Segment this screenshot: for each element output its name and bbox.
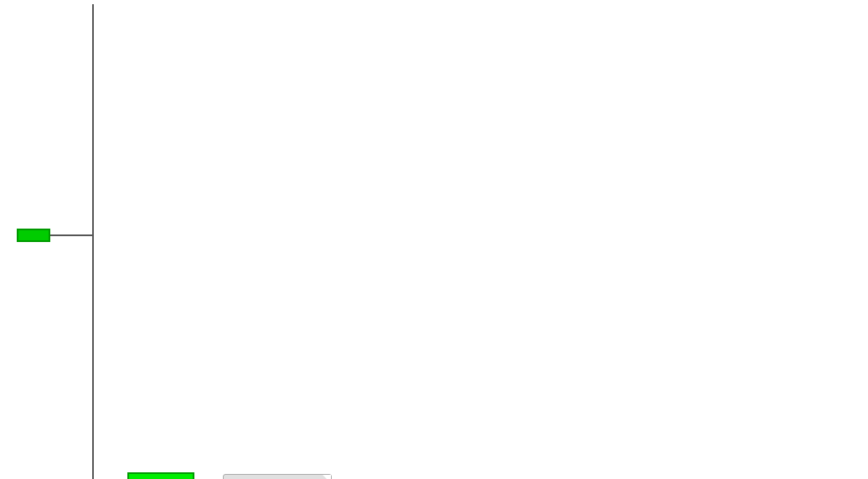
label-box: User Binaries xyxy=(223,474,332,480)
tree-row: /binUser Binaries xyxy=(94,469,338,479)
tree-wrapper: /binUser Binaries/sbinSystem Binaries/et… xyxy=(0,0,868,479)
diagram-container: /binUser Binaries/sbinSystem Binaries/et… xyxy=(0,0,868,479)
connector-rows: /binUser Binaries/sbinSystem Binaries/et… xyxy=(92,4,338,479)
rows-container: /binUser Binaries/sbinSystem Binaries/et… xyxy=(94,469,338,479)
dir-box: /bin xyxy=(127,472,194,479)
root-h-line xyxy=(50,234,92,236)
v-bar-rows: /binUser Binaries/sbinSystem Binaries/et… xyxy=(92,4,338,479)
root-box xyxy=(17,229,50,242)
root-node xyxy=(17,229,92,242)
